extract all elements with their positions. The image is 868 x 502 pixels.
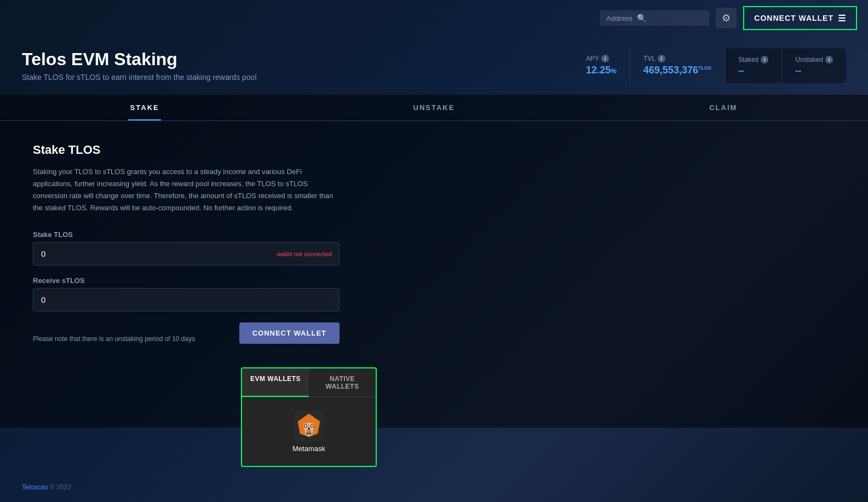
wallet-popup-content: Metamask [242, 397, 376, 466]
hero-section: Telos EVM Staking Stake TLOS for sTLOS t… [0, 36, 868, 95]
hero-left: Telos EVM Staking Stake TLOS for sTLOS t… [22, 49, 257, 82]
apy-label: APY i [586, 55, 617, 62]
metamask-option[interactable]: Metamask [292, 411, 325, 453]
staked-value: -- [738, 66, 768, 76]
stake-section-title: Stake TLOS [33, 143, 835, 157]
hamburger-icon: ☰ [838, 13, 846, 24]
staked-label: Staked i [738, 56, 768, 64]
connect-wallet-button[interactable]: CONNECT WALLET ☰ [743, 6, 857, 30]
unstaked-info-icon[interactable]: i [825, 56, 833, 64]
receive-stlos-input-wrap [33, 288, 340, 311]
native-wallets-tab[interactable]: NATIVE WALLETS [309, 368, 376, 397]
wallet-popup: EVM WALLETS NATIVE WALLETS [241, 367, 377, 467]
footer: Teloscan © 2022 [22, 483, 71, 491]
connect-wallet-label: CONNECT WALLET [754, 14, 833, 22]
unstaked-value: -- [795, 66, 833, 76]
main-content: Stake TLOS Staking your TLOS to sTLOS gr… [0, 121, 868, 428]
settings-button[interactable]: ⚙ [716, 8, 737, 28]
apy-value: 12.25% [586, 65, 617, 76]
gear-icon: ⚙ [722, 12, 731, 24]
tab-stake[interactable]: STAKE [0, 95, 289, 120]
connect-wallet-main-button[interactable]: CONNECT WALLET [239, 322, 340, 344]
tvl-value: 469,553,376TLOS [643, 65, 711, 76]
tvl-stat: TVL i 469,553,376TLOS [630, 47, 725, 84]
evm-wallets-tab[interactable]: EVM WALLETS [242, 368, 309, 397]
wallet-not-connected-badge: wallet not connected [277, 251, 332, 257]
staked-info-icon[interactable]: i [761, 56, 768, 64]
address-placeholder: Address [606, 14, 633, 22]
teloscan-link[interactable]: Teloscan [22, 483, 48, 491]
search-icon: 🔍 [637, 14, 646, 22]
tabs-bar: STAKE UNSTAKE CLAIM [0, 95, 868, 121]
staked-stat: Staked i -- [725, 48, 782, 83]
unstaked-label: Unstaked i [795, 56, 833, 64]
stake-tlos-label: Stake TLOS [33, 230, 340, 239]
tvl-info-icon[interactable]: i [658, 55, 665, 62]
wallet-popup-tabs: EVM WALLETS NATIVE WALLETS [242, 368, 376, 397]
svg-point-11 [305, 425, 307, 427]
header: Address 🔍 ⚙ CONNECT WALLET ☰ [0, 0, 868, 36]
page-subtitle: Stake TLOS for sTLOS to earn interest fr… [22, 73, 257, 82]
unstaked-stat: Unstaked i -- [782, 48, 846, 83]
bottom-row: Please note that there is an unstaking p… [33, 322, 340, 344]
page-title: Telos EVM Staking [22, 49, 257, 70]
receive-stlos-label: Receive sTLOS [33, 276, 340, 285]
tvl-label: TVL i [643, 55, 711, 62]
staked-unstaked-box: Staked i -- Unstaked i -- [725, 48, 846, 83]
apy-info-icon[interactable]: i [601, 55, 609, 62]
svg-point-12 [312, 425, 313, 427]
hero-stats: APY i 12.25% TVL i 469,553,376TLOS Stake… [573, 47, 846, 84]
metamask-label: Metamask [292, 445, 325, 453]
stake-section-description: Staking your TLOS to sTLOS grants you ac… [33, 166, 340, 214]
apy-stat: APY i 12.25% [573, 47, 630, 84]
stake-tlos-input-wrap: wallet not connected [33, 242, 340, 266]
unstake-notice: Please note that there is an unstaking p… [33, 335, 195, 343]
address-search-wrap: Address 🔍 [600, 10, 709, 26]
receive-stlos-input[interactable] [33, 288, 340, 311]
metamask-icon [294, 411, 324, 441]
footer-copyright: © 2022 [50, 483, 71, 491]
tab-claim[interactable]: CLAIM [579, 95, 868, 120]
stake-form: Stake TLOS wallet not connected Receive … [33, 230, 340, 344]
tab-unstake[interactable]: UNSTAKE [289, 95, 578, 120]
